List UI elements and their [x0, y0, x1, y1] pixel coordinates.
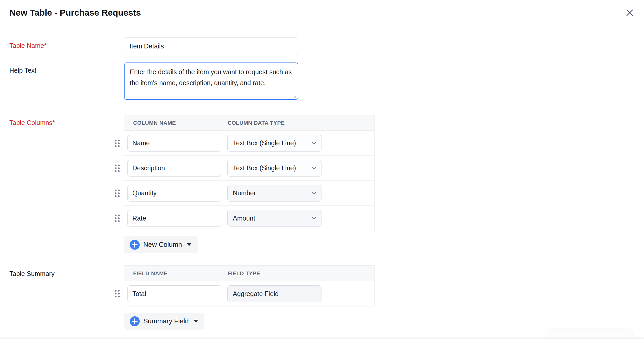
help-text-row: Help Text Enter the details of the item …: [9, 62, 644, 101]
summary-field-button-label: Summary Field: [143, 317, 189, 325]
summary-field-button[interactable]: Summary Field: [124, 313, 204, 330]
table-summary-label: Table Summary: [9, 265, 124, 278]
table-columns-header: COLUMN NAME COLUMN DATA TYPE: [124, 115, 374, 131]
table-summary-header: FIELD NAME FIELD TYPE: [124, 266, 374, 281]
column-data-type-header: COLUMN DATA TYPE: [228, 120, 285, 126]
close-icon: [626, 9, 634, 17]
column-name-header: COLUMN NAME: [133, 120, 228, 126]
resize-grip-icon[interactable]: [293, 95, 297, 99]
table-summary-row: Table Summary FIELD NAME FIELD TYPE Aggr…: [9, 265, 644, 306]
field-name-input[interactable]: [127, 285, 221, 302]
table-row: Text Box (Single Line): [124, 131, 374, 156]
caret-down-icon: [187, 243, 191, 246]
field-type-header: FIELD TYPE: [228, 270, 260, 277]
column-data-type-select[interactable]: Text Box (Single Line): [227, 160, 321, 177]
drag-handle-icon[interactable]: [114, 164, 121, 173]
column-name-input[interactable]: [127, 135, 221, 152]
summary-row: Aggregate Field: [124, 281, 374, 306]
help-text-textarea[interactable]: Enter the details of the item you want t…: [124, 62, 298, 100]
drag-handle-icon[interactable]: [114, 189, 121, 198]
table-columns-label: Table Columns*: [9, 115, 124, 127]
dialog-body: Table Name* Help Text Enter the details …: [0, 37, 644, 330]
selected-data-type: Amount: [233, 215, 255, 222]
drag-handle-icon[interactable]: [114, 289, 121, 298]
new-column-button[interactable]: New Column: [124, 236, 198, 253]
field-name-header: FIELD NAME: [133, 270, 228, 277]
column-data-type-select[interactable]: Text Box (Single Line): [227, 135, 321, 152]
column-name-input[interactable]: [127, 185, 221, 202]
close-button[interactable]: [624, 7, 635, 18]
selected-data-type: Number: [233, 189, 256, 197]
help-text-label: Help Text: [9, 62, 124, 74]
chevron-down-icon: [311, 217, 317, 220]
drag-handle-icon[interactable]: [114, 139, 121, 148]
column-name-input[interactable]: [127, 160, 221, 177]
table-columns-row: Table Columns* COLUMN NAME COLUMN DATA T…: [9, 115, 644, 231]
caret-down-icon: [194, 320, 198, 323]
table-summary-grid: FIELD NAME FIELD TYPE Aggregate Field: [124, 265, 375, 306]
selected-data-type: Text Box (Single Line): [233, 164, 296, 172]
table-name-input[interactable]: [124, 37, 298, 55]
table-name-row: Table Name*: [9, 37, 644, 55]
table-name-label: Table Name*: [9, 37, 124, 49]
field-type-value: Aggregate Field: [233, 290, 279, 298]
column-name-input[interactable]: [127, 210, 221, 227]
table-columns-grid: COLUMN NAME COLUMN DATA TYPE Text Box (S…: [124, 115, 375, 231]
table-row: Amount: [124, 206, 374, 231]
drag-handle-icon[interactable]: [114, 214, 121, 223]
chevron-down-icon: [311, 192, 317, 195]
chevron-down-icon: [311, 167, 317, 170]
plus-icon: [130, 240, 140, 250]
table-row: Text Box (Single Line): [124, 156, 374, 181]
table-name-label-col: Table Name*: [9, 37, 124, 55]
table-row: Number: [124, 181, 374, 206]
dialog-title: New Table - Purchase Requests: [9, 8, 141, 18]
column-data-type-select[interactable]: Amount: [227, 210, 321, 227]
new-table-dialog: New Table - Purchase Requests Table Name…: [0, 0, 644, 339]
footer-divider: [0, 336, 644, 339]
field-type-box[interactable]: Aggregate Field: [227, 285, 321, 302]
selected-data-type: Text Box (Single Line): [233, 139, 296, 147]
dialog-header: New Table - Purchase Requests: [0, 0, 644, 25]
plus-icon: [130, 316, 140, 326]
column-data-type-select[interactable]: Number: [227, 185, 321, 202]
new-column-button-label: New Column: [143, 241, 182, 249]
chevron-down-icon: [311, 142, 317, 145]
